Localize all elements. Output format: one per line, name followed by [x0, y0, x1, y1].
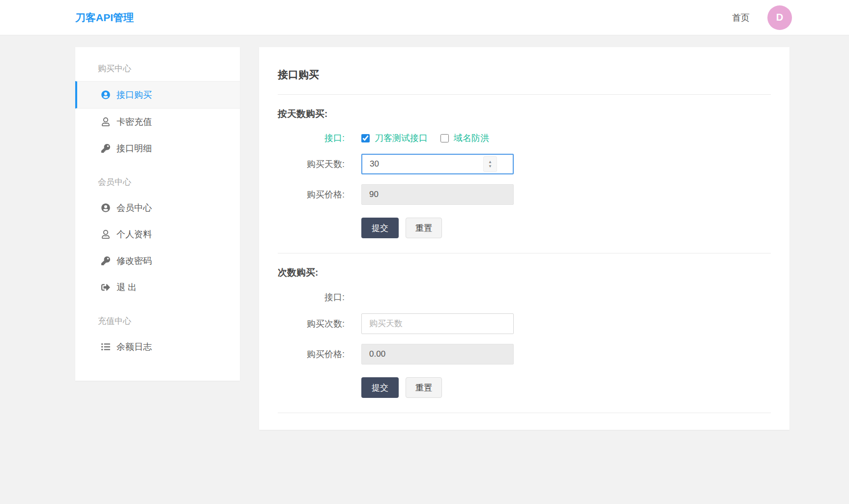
user-circle-icon — [101, 90, 110, 100]
nav-home-link[interactable]: 首页 — [732, 12, 750, 24]
api-row: 接口: — [278, 291, 771, 304]
purchase-days-label: 购买天数: — [278, 158, 345, 170]
sidebar-item-label: 卡密充值 — [117, 116, 152, 128]
purchase-count-label: 购买次数: — [278, 318, 345, 330]
sidebar-item-label: 退 出 — [117, 281, 137, 293]
checkbox-label: 域名防洪 — [454, 132, 489, 144]
day-section-heading: 按天数购买: — [278, 108, 771, 120]
purchase-price-input — [361, 184, 514, 205]
app-logo[interactable]: 刀客API管理 — [75, 11, 134, 25]
api-checkbox-row: 接口: 刀客测试接口 域名防洪 — [278, 132, 771, 144]
sidebar-item-member-center[interactable]: 会员中心 — [75, 195, 240, 221]
sidebar-item-api-purchase[interactable]: 接口购买 — [75, 81, 240, 109]
header-right: 首页 D — [732, 5, 792, 30]
purchase-count-input[interactable] — [361, 313, 514, 334]
checkbox-daoke-test-api[interactable]: 刀客测试接口 — [361, 132, 428, 144]
submit-button[interactable]: 提交 — [361, 377, 399, 398]
sidebar-section-title: 充值中心 — [75, 301, 240, 334]
sidebar-item-card-recharge[interactable]: 卡密充值 — [75, 109, 240, 135]
day-section-buttons: 提交 重置 — [361, 218, 771, 238]
purchase-price-row: 购买价格: — [278, 344, 771, 364]
sidebar-item-balance-log[interactable]: 余额日志 — [75, 334, 240, 360]
page-title: 接口购买 — [278, 68, 771, 82]
list-icon — [101, 342, 110, 352]
user-icon — [101, 230, 110, 239]
page-layout: 购买中心 接口购买 卡密充值 接口明细 会员中心 会员中心 — [75, 47, 790, 430]
sidebar: 购买中心 接口购买 卡密充值 接口明细 会员中心 会员中心 — [75, 47, 240, 381]
daoke-test-api-checkbox[interactable] — [361, 134, 370, 142]
reset-button[interactable]: 重置 — [406, 377, 442, 398]
submit-button[interactable]: 提交 — [361, 218, 399, 238]
sidebar-item-logout[interactable]: 退 出 — [75, 274, 240, 301]
top-header: 刀客API管理 首页 D — [0, 0, 849, 35]
divider — [278, 253, 771, 253]
main-card: 接口购买 按天数购买: 接口: 刀客测试接口 域名防洪 购买天数: — [259, 47, 790, 430]
divider — [278, 413, 771, 413]
number-input-wrapper: ▲▼ — [361, 154, 514, 174]
key-icon — [101, 144, 110, 153]
sidebar-item-label: 修改密码 — [117, 255, 152, 267]
sidebar-item-change-password[interactable]: 修改密码 — [75, 248, 240, 274]
purchase-days-row: 购买天数: ▲▼ — [278, 154, 771, 174]
domain-flood-checkbox[interactable] — [440, 134, 449, 142]
sidebar-item-label: 接口明细 — [117, 142, 152, 154]
sidebar-item-label: 余额日志 — [117, 341, 152, 353]
sidebar-section-title: 会员中心 — [75, 162, 240, 195]
checkbox-domain-flood[interactable]: 域名防洪 — [440, 132, 489, 144]
sign-out-icon — [101, 283, 110, 292]
count-section-heading: 次数购买: — [278, 266, 771, 279]
sidebar-section-title: 购买中心 — [75, 52, 240, 81]
sidebar-item-api-details[interactable]: 接口明细 — [75, 135, 240, 162]
key-icon — [101, 256, 110, 266]
purchase-price-label: 购买价格: — [278, 189, 345, 200]
spinner-up-icon[interactable]: ▲ — [488, 160, 492, 164]
purchase-price-label: 购买价格: — [278, 348, 345, 360]
sidebar-item-label: 接口购买 — [117, 89, 152, 101]
purchase-price-input — [361, 344, 514, 364]
sidebar-item-label: 个人资料 — [117, 228, 152, 240]
api-label: 接口: — [278, 132, 345, 144]
sidebar-item-label: 会员中心 — [117, 202, 152, 214]
user-avatar[interactable]: D — [767, 5, 792, 30]
divider — [278, 94, 771, 95]
count-section-buttons: 提交 重置 — [361, 377, 771, 398]
api-label: 接口: — [278, 291, 345, 303]
sidebar-item-profile[interactable]: 个人资料 — [75, 221, 240, 248]
reset-button[interactable]: 重置 — [406, 218, 442, 238]
number-spinner[interactable]: ▲▼ — [483, 156, 497, 172]
checkbox-label: 刀客测试接口 — [375, 132, 428, 144]
purchase-count-row: 购买次数: — [278, 313, 771, 334]
user-icon — [101, 117, 110, 127]
purchase-price-row: 购买价格: — [278, 184, 771, 205]
spinner-down-icon[interactable]: ▼ — [488, 164, 492, 168]
user-circle-icon — [101, 203, 110, 213]
